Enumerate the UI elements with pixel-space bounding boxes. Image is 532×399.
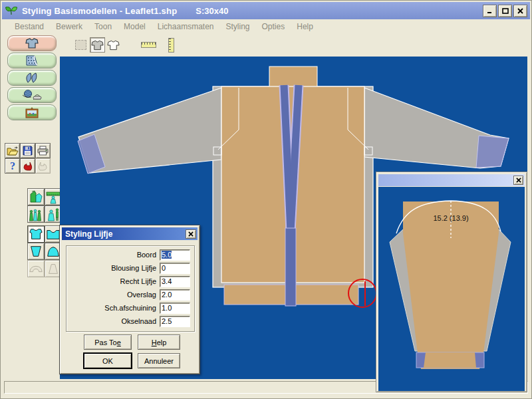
piece-collar-button — [27, 260, 45, 277]
save-floppy-icon — [23, 146, 33, 156]
collar-icon — [29, 262, 43, 275]
yarn-and-machine-icon — [22, 89, 42, 101]
menu-styling[interactable]: Styling — [220, 21, 256, 33]
close-button[interactable] — [513, 5, 527, 17]
model-sweater-icon — [25, 37, 39, 49]
boord-input[interactable]: 5.0 — [160, 249, 190, 261]
dialog-titlebar[interactable]: Styling Lijfje — [62, 227, 198, 240]
boord-label: Boord — [137, 251, 156, 259]
sleeve-cuff-front — [424, 352, 476, 368]
recht-lijfje-input[interactable]: 3.4 — [160, 276, 190, 287]
save-button[interactable] — [20, 143, 35, 158]
blousing-lijfje-input[interactable]: 0 — [160, 263, 190, 274]
app-logo-leaves-icon — [5, 5, 18, 17]
mode-model-sweater-button[interactable] — [7, 35, 57, 51]
dialog-close-button[interactable] — [186, 229, 196, 239]
window-size-label: S:30x40 — [196, 6, 228, 16]
sweater-outline-view-button[interactable] — [106, 37, 121, 53]
vertical-ruler-icon — [168, 38, 174, 53]
horizontal-ruler-button[interactable] — [141, 37, 156, 53]
blousing-lijfje-label: Blousing Lijfje — [111, 264, 156, 272]
right-cuff-shape — [476, 136, 509, 168]
back-neck-shape — [269, 66, 317, 87]
redo-button — [35, 158, 51, 174]
mode-gallery-button[interactable] — [7, 104, 57, 120]
help-question-icon: ? — [8, 160, 17, 172]
menu-bewerk[interactable]: Bewerk — [50, 21, 88, 33]
center-front-band — [285, 228, 296, 306]
menu-toon[interactable]: Toon — [88, 21, 118, 33]
sleeve-measurement-label: 15.2 (13.9) — [433, 214, 468, 222]
menu-bestand[interactable]: Bestand — [9, 21, 50, 33]
bodice-front-icon — [29, 227, 43, 241]
gallery-picture-icon — [24, 106, 40, 119]
open-button[interactable] — [5, 143, 20, 158]
sleeve-detail-panel[interactable]: 15.2 (13.9) — [376, 172, 527, 392]
overslag-label: Overslag — [127, 291, 156, 299]
body-measurements-icon — [46, 190, 61, 204]
sleeve-panel-close-button[interactable] — [513, 176, 523, 185]
vertical-ruler-button[interactable] — [164, 37, 179, 53]
menu-help[interactable]: Help — [291, 21, 319, 33]
okselnaad-label: Okselnaad — [121, 317, 156, 325]
title-bar[interactable]: Styling Basismodellen - Leaflet1.shp S:3… — [2, 2, 530, 19]
garment-pieces-button[interactable] — [27, 188, 45, 205]
dialog-title: Styling Lijfje — [65, 229, 112, 239]
sweater-outline-icon — [107, 40, 120, 51]
neckline-icon — [46, 227, 61, 241]
sleeve-icon — [29, 245, 43, 258]
sweater-filled-icon — [91, 40, 104, 51]
flared-piece-icon — [46, 262, 61, 275]
close-icon — [517, 8, 523, 14]
sch-afschuining-label: Sch.afschuining — [104, 304, 156, 312]
print-button[interactable] — [35, 143, 51, 158]
people-group-icon — [29, 207, 43, 221]
app-window: Styling Basismodellen - Leaflet1.shp S:3… — [0, 0, 532, 399]
sleeve-drawing: 15.2 (13.9) — [378, 187, 525, 391]
recht-lijfje-label: Recht Lijfje — [120, 277, 156, 285]
menu-bar: Bestand Bewerk Toon Model Lichaamsmaten … — [2, 19, 530, 33]
piece-sleeve-button[interactable] — [27, 243, 45, 260]
sch-afschuining-input[interactable]: 1.0 — [160, 303, 190, 314]
minimize-icon — [487, 8, 493, 14]
maximize-icon — [502, 8, 509, 14]
leaves-icon — [24, 72, 40, 84]
maximize-button[interactable] — [498, 5, 512, 17]
svg-text:?: ? — [10, 160, 15, 172]
apply-button[interactable]: Pas Toe — [84, 334, 132, 350]
window-title: Styling Basismodellen - Leaflet1.shp — [22, 6, 177, 16]
close-icon — [516, 178, 521, 183]
fabric-swatch-icon — [25, 55, 39, 66]
help-button-dialog[interactable]: Help — [138, 334, 180, 350]
sweater-filled-view-button[interactable] — [90, 37, 105, 53]
menu-opties[interactable]: Opties — [256, 21, 291, 33]
dialog-field-group: Boord 5.0 Blousing Lijfje 0 Recht Lijfje… — [66, 245, 195, 332]
horizontal-ruler-icon — [141, 42, 156, 48]
sleeve-panel-canvas[interactable]: 15.2 (13.9) — [378, 187, 525, 391]
ok-button[interactable]: OK — [84, 353, 132, 368]
mode-fabric-button[interactable] — [7, 53, 57, 68]
mode-leaves-button[interactable] — [7, 70, 57, 86]
okselnaad-input[interactable]: 2.5 — [160, 316, 190, 327]
menu-model[interactable]: Model — [118, 21, 152, 33]
selection-marquee-button — [73, 37, 88, 53]
top-toolbar — [60, 33, 530, 57]
cancel-button[interactable]: Annuleer — [138, 353, 180, 368]
undo-arrow-icon — [22, 161, 33, 172]
left-sidebar: ? — [2, 33, 60, 379]
help-button[interactable]: ? — [5, 158, 20, 174]
garment-pieces-icon — [29, 190, 43, 203]
menu-lichaamsmaten[interactable]: Lichaamsmaten — [152, 21, 220, 33]
undo-button[interactable] — [20, 158, 35, 174]
minimize-button[interactable] — [483, 5, 497, 17]
overslag-input[interactable]: 2.0 — [160, 289, 190, 301]
open-folder-icon — [7, 146, 19, 156]
sleeve-cap-icon — [46, 245, 61, 258]
redo-arrow-icon — [37, 161, 49, 172]
sleeve-panel-titlebar[interactable] — [378, 174, 525, 186]
two-persons-icon — [47, 207, 61, 221]
people-group-button[interactable] — [27, 205, 45, 223]
mode-yarn-machine-button[interactable] — [7, 87, 57, 103]
styling-lijfje-dialog: Styling Lijfje Boord 5.0 Blousing Lijfje… — [59, 225, 200, 374]
piece-bodice-front-button[interactable] — [27, 225, 45, 243]
